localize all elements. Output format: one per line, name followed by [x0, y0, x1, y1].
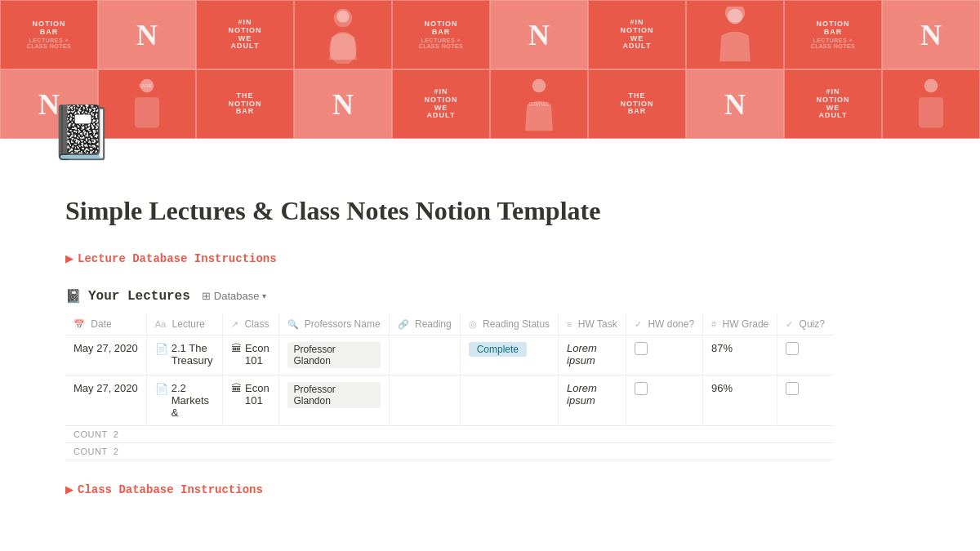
- banner-cell-n-3: N: [882, 0, 980, 69]
- row2-class[interactable]: 🏛 Econ 101: [223, 375, 278, 426]
- lecture-doc-icon-2: 📄: [155, 383, 168, 395]
- banner-cell-n-1: N: [98, 0, 196, 69]
- database-badge[interactable]: ⊞ Database ▾: [197, 288, 272, 304]
- hw-done-col-icon: ✓: [635, 319, 642, 329]
- lectures-section-title: Your Lectures: [88, 289, 190, 304]
- lecture-doc-icon: 📄: [155, 343, 168, 355]
- col-header-quiz: ✓ Quiz?: [777, 313, 833, 335]
- svg-rect-11: [919, 97, 943, 127]
- hw-grade-col-icon: #: [711, 319, 716, 329]
- row2-quiz[interactable]: [777, 375, 833, 426]
- row1-hw-done[interactable]: [626, 335, 703, 375]
- row2-quiz-checkbox[interactable]: [786, 382, 799, 395]
- banner-cell-notion-bar-1: NOTIONBAR LECTURES +CLASS NOTES: [0, 0, 98, 69]
- banner-cell-n-b3: N: [686, 69, 784, 139]
- table-row[interactable]: May 27, 2020 📄 2.2 Markets & 🏛 Econ 101 …: [65, 375, 833, 426]
- row1-date: May 27, 2020: [65, 335, 146, 375]
- svg-text:SADIE: SADIE: [139, 83, 153, 88]
- toggle-arrow-2: ▶: [65, 484, 73, 495]
- svg-text:GIMME: GIMME: [528, 100, 549, 108]
- banner-header: NOTIONBAR LECTURES +CLASS NOTES N #INNOT…: [0, 0, 980, 139]
- row2-hw-done[interactable]: [626, 375, 703, 426]
- row2-lecture[interactable]: 📄 2.2 Markets &: [146, 375, 222, 426]
- row2-date: May 27, 2020: [65, 375, 146, 426]
- banner-row-top: NOTIONBAR LECTURES +CLASS NOTES N #INNOT…: [0, 0, 980, 69]
- table-row[interactable]: May 27, 2020 📄 2.1 The Treasury 🏛 Econ 1…: [65, 335, 833, 375]
- svg-point-2: [337, 10, 350, 22]
- svg-point-8: [532, 78, 546, 92]
- banner-cell-the-notion-bar-2: THENOTIONBAR: [588, 69, 686, 139]
- banner-row-bottom: N SADIE THENOTIONBAR N #INNOTIONWEADULT: [0, 69, 980, 139]
- row1-reading: [389, 335, 460, 375]
- hw-task-col-icon: ≡: [567, 319, 572, 329]
- row1-quiz-checkbox[interactable]: [786, 342, 799, 355]
- class-col-icon: ↗: [231, 319, 238, 329]
- row2-prof[interactable]: Professor Glandon: [278, 375, 389, 426]
- banner-cell-motto-b1: #INNOTIONWEADULT: [392, 69, 490, 139]
- class-instructions-toggle[interactable]: ▶ Class Database Instructions: [65, 483, 833, 496]
- banner-cell-motto-b2: #INNOTIONWEADULT: [784, 69, 882, 139]
- col-header-hw-task: ≡ HW Task: [559, 313, 626, 335]
- row1-hw-task: Lorem ipsum: [559, 335, 626, 375]
- banner-cell-person-1: [294, 0, 392, 69]
- banner-cell-person-2: [686, 0, 784, 69]
- lecture-instructions-label: Lecture Database Instructions: [78, 252, 277, 265]
- row2-reading-status: [460, 375, 558, 426]
- prof-col-icon: 🔍: [287, 319, 299, 329]
- row1-lecture[interactable]: 📄 2.1 The Treasury: [146, 335, 222, 375]
- class-building-icon-2: 🏛: [231, 382, 242, 394]
- page-icon: 📓: [49, 106, 114, 171]
- svg-rect-6: [135, 97, 159, 127]
- lecture-instructions-toggle[interactable]: ▶ Lecture Database Instructions: [65, 252, 833, 265]
- col-header-class: ↗ Class: [223, 313, 278, 335]
- banner-cell-the-notion-bar-1: THENOTIONBAR: [196, 69, 294, 139]
- lectures-section-icon: 📓: [65, 288, 82, 304]
- col-header-hw-done: ✓ HW done?: [626, 313, 703, 335]
- lectures-section-heading: 📓 Your Lectures ⊞ Database ▾: [65, 288, 833, 304]
- row2-hw-task: Lorem ipsum: [559, 375, 626, 426]
- count-label-2: COUNT: [74, 447, 108, 456]
- row2-hw-grade: 96%: [703, 375, 777, 426]
- col-header-hw-grade: # HW Grade: [703, 313, 777, 335]
- database-label: Database: [214, 290, 260, 302]
- svg-point-4: [725, 7, 745, 23]
- banner-cell-motto-1: #INNOTIONWEADULT: [196, 0, 294, 69]
- banner-cell-sadie-2: [882, 69, 980, 139]
- count-row-1: COUNT 2: [65, 426, 833, 443]
- row1-hw-checkbox[interactable]: [635, 342, 648, 355]
- reading-status-col-icon: ◎: [469, 319, 477, 329]
- row1-hw-grade: 87%: [703, 335, 777, 375]
- row1-quiz[interactable]: [777, 335, 833, 375]
- row1-reading-status: Complete: [460, 335, 558, 375]
- lecture-col-icon: Aa: [155, 319, 166, 329]
- row2-hw-checkbox[interactable]: [635, 382, 648, 395]
- banner-cell-motto-2: #INNOTIONWEADULT: [588, 0, 686, 69]
- quiz-col-icon: ✓: [786, 319, 793, 329]
- row2-reading: [389, 375, 460, 426]
- svg-point-10: [924, 78, 938, 92]
- count-label-1: COUNT: [74, 429, 108, 439]
- banner-cell-person-b1: GIMME: [490, 69, 588, 139]
- count-row-2: COUNT 2: [65, 443, 833, 460]
- banner-cell-notion-bar-2: NOTIONBAR LECTURES +CLASS NOTES: [392, 0, 490, 69]
- main-content: Simple Lectures & Class Notes Notion Tem…: [0, 139, 898, 551]
- table-header-row: 📅 Date Aa Lecture ↗ Class 🔍 Professors N…: [65, 313, 833, 335]
- col-header-lecture: Aa Lecture: [146, 313, 222, 335]
- count-num-2: 2: [114, 447, 118, 456]
- col-header-prof: 🔍 Professors Name: [278, 313, 389, 335]
- class-instructions-label: Class Database Instructions: [78, 483, 263, 496]
- lectures-table: 📅 Date Aa Lecture ↗ Class 🔍 Professors N…: [65, 313, 833, 460]
- banner-cell-notion-bar-3: NOTIONBAR LECTURES +CLASS NOTES: [784, 0, 882, 69]
- row1-prof[interactable]: Professor Glandon: [278, 335, 389, 375]
- col-header-reading: 🔗 Reading: [389, 313, 460, 335]
- col-header-reading-status: ◎ Reading Status: [460, 313, 558, 335]
- banner-cell-n-b2: N: [294, 69, 392, 139]
- banner-cell-n-2: N: [490, 0, 588, 69]
- row1-class[interactable]: 🏛 Econ 101: [223, 335, 278, 375]
- page-title: Simple Lectures & Class Notes Notion Tem…: [65, 196, 833, 226]
- database-chevron: ▾: [262, 291, 266, 300]
- count-num-1: 2: [114, 429, 118, 439]
- date-col-icon: 📅: [74, 319, 85, 329]
- class-building-icon: 🏛: [231, 342, 242, 354]
- database-icon: ⊞: [202, 290, 211, 302]
